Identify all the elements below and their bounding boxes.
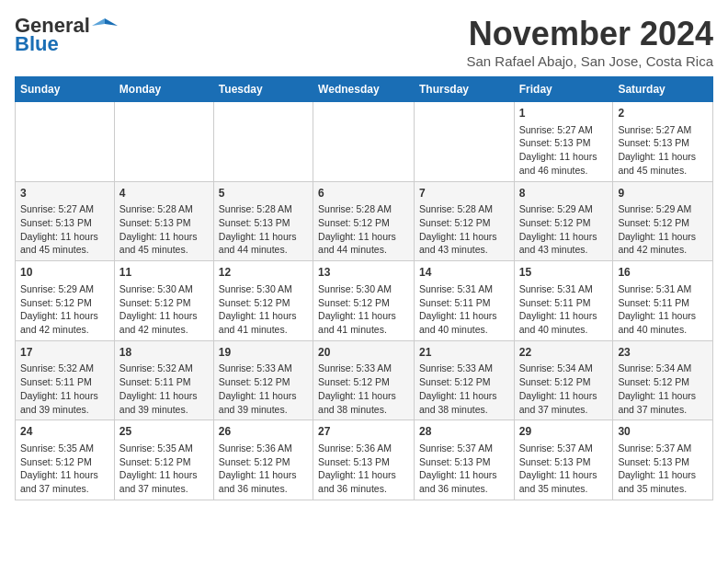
calendar-table: SundayMondayTuesdayWednesdayThursdayFrid… (15, 76, 713, 500)
col-header-monday: Monday (114, 77, 213, 102)
col-header-saturday: Saturday (613, 77, 713, 102)
calendar-cell: 26Sunrise: 5:36 AM Sunset: 5:12 PM Dayli… (213, 420, 313, 500)
day-number: 27 (318, 424, 409, 440)
day-number: 23 (618, 345, 708, 361)
day-number: 26 (219, 424, 308, 440)
calendar-cell: 12Sunrise: 5:30 AM Sunset: 5:12 PM Dayli… (213, 261, 313, 341)
day-number: 14 (419, 265, 509, 281)
calendar-header-row: SundayMondayTuesdayWednesdayThursdayFrid… (16, 77, 713, 102)
day-info: Sunrise: 5:31 AM Sunset: 5:11 PM Dayligh… (618, 282, 708, 337)
calendar-cell: 6Sunrise: 5:28 AM Sunset: 5:12 PM Daylig… (313, 181, 415, 261)
day-number: 22 (519, 345, 609, 361)
svg-marker-1 (92, 18, 105, 26)
day-info: Sunrise: 5:35 AM Sunset: 5:12 PM Dayligh… (20, 442, 109, 496)
calendar-cell: 22Sunrise: 5:34 AM Sunset: 5:12 PM Dayli… (514, 340, 613, 420)
calendar-cell: 15Sunrise: 5:31 AM Sunset: 5:11 PM Dayli… (514, 261, 613, 341)
day-number: 3 (20, 186, 109, 201)
calendar-cell: 30Sunrise: 5:37 AM Sunset: 5:13 PM Dayli… (613, 420, 713, 500)
calendar-cell: 24Sunrise: 5:35 AM Sunset: 5:12 PM Dayli… (16, 420, 115, 500)
day-number: 12 (219, 265, 308, 281)
day-info: Sunrise: 5:28 AM Sunset: 5:13 PM Dayligh… (219, 202, 308, 257)
day-info: Sunrise: 5:28 AM Sunset: 5:12 PM Dayligh… (318, 202, 409, 257)
day-info: Sunrise: 5:37 AM Sunset: 5:13 PM Dayligh… (419, 442, 509, 496)
calendar-cell: 10Sunrise: 5:29 AM Sunset: 5:12 PM Dayli… (16, 261, 115, 341)
calendar-cell: 4Sunrise: 5:28 AM Sunset: 5:13 PM Daylig… (114, 181, 213, 261)
day-info: Sunrise: 5:33 AM Sunset: 5:12 PM Dayligh… (419, 362, 509, 416)
day-number: 25 (119, 424, 209, 440)
calendar-cell: 28Sunrise: 5:37 AM Sunset: 5:13 PM Dayli… (414, 420, 514, 500)
day-info: Sunrise: 5:30 AM Sunset: 5:12 PM Dayligh… (318, 282, 409, 337)
day-number: 9 (618, 186, 708, 201)
day-number: 18 (119, 345, 209, 361)
calendar-week-row: 17Sunrise: 5:32 AM Sunset: 5:11 PM Dayli… (16, 340, 713, 420)
calendar-cell: 1Sunrise: 5:27 AM Sunset: 5:13 PM Daylig… (514, 102, 613, 182)
calendar-cell: 18Sunrise: 5:32 AM Sunset: 5:11 PM Dayli… (114, 340, 213, 420)
day-info: Sunrise: 5:37 AM Sunset: 5:13 PM Dayligh… (618, 442, 708, 496)
logo-bird-icon (92, 17, 118, 35)
day-number: 6 (318, 186, 409, 201)
calendar-cell: 14Sunrise: 5:31 AM Sunset: 5:11 PM Dayli… (414, 261, 514, 341)
calendar-cell: 27Sunrise: 5:36 AM Sunset: 5:13 PM Dayli… (313, 420, 415, 500)
calendar-cell (16, 102, 115, 182)
calendar-cell (414, 102, 514, 182)
month-title: November 2024 (467, 15, 714, 53)
calendar-cell: 7Sunrise: 5:28 AM Sunset: 5:12 PM Daylig… (414, 181, 514, 261)
day-number: 13 (318, 265, 409, 281)
day-number: 30 (618, 424, 708, 440)
day-number: 17 (20, 345, 109, 361)
calendar-cell: 13Sunrise: 5:30 AM Sunset: 5:12 PM Dayli… (313, 261, 415, 341)
calendar-cell: 3Sunrise: 5:27 AM Sunset: 5:13 PM Daylig… (16, 181, 115, 261)
day-info: Sunrise: 5:36 AM Sunset: 5:13 PM Dayligh… (318, 442, 409, 496)
col-header-wednesday: Wednesday (313, 77, 415, 102)
day-number: 29 (519, 424, 609, 440)
logo: General Blue (15, 15, 118, 55)
day-info: Sunrise: 5:29 AM Sunset: 5:12 PM Dayligh… (20, 282, 109, 337)
col-header-tuesday: Tuesday (213, 77, 313, 102)
day-number: 20 (318, 345, 409, 361)
day-number: 15 (519, 265, 609, 281)
day-info: Sunrise: 5:27 AM Sunset: 5:13 PM Dayligh… (618, 123, 708, 178)
day-number: 21 (419, 345, 509, 361)
day-info: Sunrise: 5:30 AM Sunset: 5:12 PM Dayligh… (219, 282, 308, 337)
title-area: November 2024 San Rafael Abajo, San Jose… (467, 15, 714, 69)
day-number: 8 (519, 186, 609, 201)
calendar-cell: 9Sunrise: 5:29 AM Sunset: 5:12 PM Daylig… (613, 181, 713, 261)
day-info: Sunrise: 5:32 AM Sunset: 5:11 PM Dayligh… (119, 362, 209, 416)
day-number: 28 (419, 424, 509, 440)
calendar-cell: 19Sunrise: 5:33 AM Sunset: 5:12 PM Dayli… (213, 340, 313, 420)
day-number: 19 (219, 345, 308, 361)
col-header-friday: Friday (514, 77, 613, 102)
calendar-cell (213, 102, 313, 182)
calendar-week-row: 3Sunrise: 5:27 AM Sunset: 5:13 PM Daylig… (16, 181, 713, 261)
day-info: Sunrise: 5:27 AM Sunset: 5:13 PM Dayligh… (519, 123, 609, 178)
day-number: 11 (119, 265, 209, 281)
page-header: General Blue November 2024 San Rafael Ab… (15, 15, 713, 69)
calendar-cell: 29Sunrise: 5:37 AM Sunset: 5:13 PM Dayli… (514, 420, 613, 500)
day-number: 16 (618, 265, 708, 281)
day-info: Sunrise: 5:33 AM Sunset: 5:12 PM Dayligh… (219, 362, 308, 416)
calendar-cell: 8Sunrise: 5:29 AM Sunset: 5:12 PM Daylig… (514, 181, 613, 261)
day-info: Sunrise: 5:34 AM Sunset: 5:12 PM Dayligh… (618, 362, 708, 416)
day-info: Sunrise: 5:30 AM Sunset: 5:12 PM Dayligh… (119, 282, 209, 337)
calendar-cell: 17Sunrise: 5:32 AM Sunset: 5:11 PM Dayli… (16, 340, 115, 420)
col-header-thursday: Thursday (414, 77, 514, 102)
day-info: Sunrise: 5:36 AM Sunset: 5:12 PM Dayligh… (219, 442, 308, 496)
day-number: 5 (219, 186, 308, 201)
day-info: Sunrise: 5:31 AM Sunset: 5:11 PM Dayligh… (519, 282, 609, 337)
logo-blue: Blue (15, 33, 59, 55)
day-info: Sunrise: 5:27 AM Sunset: 5:13 PM Dayligh… (20, 202, 109, 257)
day-info: Sunrise: 5:35 AM Sunset: 5:12 PM Dayligh… (119, 442, 209, 496)
calendar-cell (313, 102, 415, 182)
day-info: Sunrise: 5:31 AM Sunset: 5:11 PM Dayligh… (419, 282, 509, 337)
calendar-week-row: 10Sunrise: 5:29 AM Sunset: 5:12 PM Dayli… (16, 261, 713, 341)
calendar-cell (114, 102, 213, 182)
day-info: Sunrise: 5:32 AM Sunset: 5:11 PM Dayligh… (20, 362, 109, 416)
day-number: 24 (20, 424, 109, 440)
calendar-cell: 11Sunrise: 5:30 AM Sunset: 5:12 PM Dayli… (114, 261, 213, 341)
location-subtitle: San Rafael Abajo, San Jose, Costa Rica (467, 53, 714, 69)
calendar-week-row: 24Sunrise: 5:35 AM Sunset: 5:12 PM Dayli… (16, 420, 713, 500)
day-info: Sunrise: 5:33 AM Sunset: 5:12 PM Dayligh… (318, 362, 409, 416)
day-info: Sunrise: 5:29 AM Sunset: 5:12 PM Dayligh… (618, 202, 708, 257)
day-number: 4 (119, 186, 209, 201)
day-info: Sunrise: 5:28 AM Sunset: 5:13 PM Dayligh… (119, 202, 209, 257)
